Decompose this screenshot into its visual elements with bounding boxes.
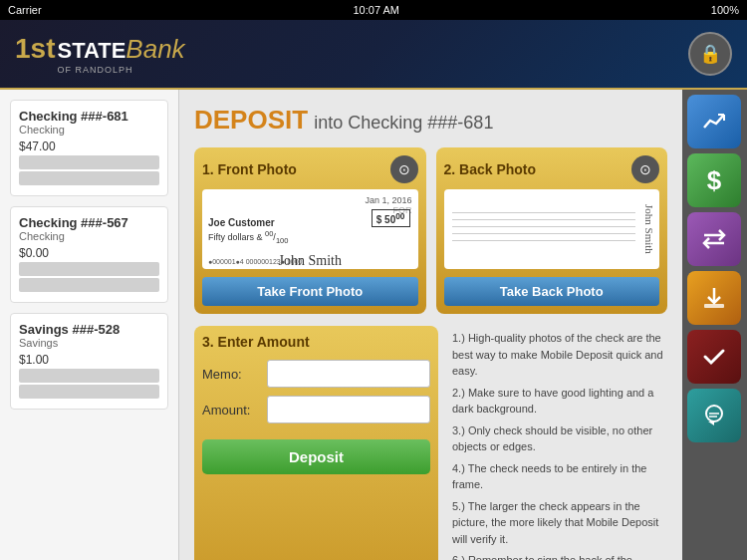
front-photo-panel: 1. Front Photo ⊙ Jan 1, 2016 FOR Joe Cus…: [194, 147, 426, 314]
carrier-label: Carrier: [8, 4, 42, 16]
enter-amount-title: 3. Enter Amount: [202, 334, 430, 350]
account-name-3: Savings ###-528: [19, 322, 159, 337]
memo-label: Memo:: [202, 367, 267, 382]
memo-row: Memo:: [202, 360, 430, 388]
account-item-1[interactable]: Checking ###-681 Checking $47.00: [10, 100, 168, 196]
money-button[interactable]: $: [687, 153, 741, 207]
main-content: DEPOSIT into Checking ###-681 1. Front P…: [179, 90, 682, 560]
deposit-title: DEPOSIT into Checking ###-681: [194, 105, 667, 136]
account-item-2[interactable]: Checking ###-567 Checking $0.00: [10, 206, 168, 303]
account-type-3: Savings: [19, 337, 159, 349]
transfer-button[interactable]: [687, 212, 741, 266]
account-bar-1b: [19, 171, 159, 185]
memo-input[interactable]: [267, 360, 430, 388]
shield-icon[interactable]: 🔒: [688, 32, 732, 76]
account-type-2: Checking: [19, 230, 159, 242]
account-name-1: Checking ###-681: [19, 109, 159, 124]
time-label: 10:07 AM: [354, 4, 399, 16]
logo-sub: OF RANDOLPH: [57, 65, 184, 75]
account-name-2: Checking ###-567: [19, 215, 159, 230]
account-amount-1: $47.00: [19, 140, 159, 153]
main-layout: Checking ###-681 Checking $47.00 Checkin…: [0, 90, 747, 560]
back-photo-panel: 2. Back Photo ⊙ John Smith: [436, 147, 668, 314]
svg-rect-5: [704, 304, 724, 308]
tips-panel: 1.) High-quality photos of the check are…: [448, 326, 667, 560]
back-photo-header: 2. Back Photo ⊙: [444, 155, 660, 183]
battery-label: 100%: [711, 4, 739, 16]
check-back-signature: John Smith: [643, 204, 655, 254]
back-camera-icon: ⊙: [631, 155, 659, 183]
logo-bank: Bank: [125, 34, 184, 65]
front-camera-icon: ⊙: [390, 155, 418, 183]
deposit-into: into Checking ###-681: [314, 113, 493, 133]
check-icon-button[interactable]: [687, 330, 741, 384]
logo-1st: 1st: [15, 35, 55, 63]
account-bar-3a: [19, 369, 159, 383]
status-bar: Carrier 10:07 AM 100%: [0, 0, 747, 20]
check-amount-words: Fifty dollars & 00/100: [208, 229, 412, 245]
back-photo-title: 2. Back Photo: [444, 161, 537, 177]
bottom-row: 3. Enter Amount Memo: Amount: Deposit 1.…: [194, 326, 667, 560]
amount-label: Amount:: [202, 403, 267, 418]
front-photo-header: 1. Front Photo ⊙: [202, 155, 418, 183]
back-check-preview: John Smith: [444, 189, 660, 269]
account-bar-1a: [19, 155, 159, 169]
accounts-sidebar: Checking ###-681 Checking $47.00 Checkin…: [0, 90, 179, 560]
account-item-3[interactable]: Savings ###-528 Savings $1.00: [10, 313, 168, 410]
check-date: Jan 1, 2016: [208, 195, 412, 205]
tip-3: 3.) Only check should be visible, no oth…: [452, 422, 663, 455]
logo: 1st STATE Bank OF RANDOLPH: [15, 34, 185, 75]
deposit-submit-button[interactable]: Deposit: [202, 439, 430, 474]
tip-1: 1.) High-quality photos of the check are…: [452, 330, 663, 380]
deposit-word: DEPOSIT: [194, 105, 308, 135]
account-type-1: Checking: [19, 124, 159, 136]
front-photo-title: 1. Front Photo: [202, 161, 297, 177]
photos-row: 1. Front Photo ⊙ Jan 1, 2016 FOR Joe Cus…: [194, 147, 667, 314]
account-bar-2b: [19, 278, 159, 292]
account-amount-2: $0.00: [19, 246, 159, 260]
tips-text: 1.) High-quality photos of the check are…: [452, 330, 663, 560]
app-header: 1st STATE Bank OF RANDOLPH 🔒: [0, 20, 747, 90]
tip-5: 5.) The larger the check appears in the …: [452, 498, 663, 548]
take-back-photo-button[interactable]: Take Back Photo: [444, 277, 660, 306]
account-bar-2a: [19, 262, 159, 276]
front-check-preview: Jan 1, 2016 FOR Joe Customer Fifty dolla…: [202, 189, 418, 269]
check-micr: ●000001●4 000000123● 1000: [208, 258, 302, 265]
tip-6: 6.) Remember to sign the back of the che…: [452, 552, 663, 560]
account-amount-3: $1.00: [19, 353, 159, 367]
tip-4: 4.) The check needs to be entirely in th…: [452, 460, 663, 493]
amount-row: Amount:: [202, 396, 430, 423]
enter-amount-panel: 3. Enter Amount Memo: Amount: Deposit: [194, 326, 438, 560]
investments-button[interactable]: [687, 95, 741, 148]
account-bar-3b: [19, 385, 159, 399]
tip-2: 2.) Make sure to have good lighting and …: [452, 385, 663, 418]
amount-input[interactable]: [267, 396, 430, 423]
take-front-photo-button[interactable]: Take Front Photo: [202, 277, 418, 306]
message-button[interactable]: [687, 389, 741, 442]
logo-state: STATE: [57, 38, 125, 64]
deposit-icon-button[interactable]: [687, 271, 741, 325]
check-amount-box: $ 5000: [372, 209, 410, 227]
right-sidebar: $: [682, 90, 747, 560]
